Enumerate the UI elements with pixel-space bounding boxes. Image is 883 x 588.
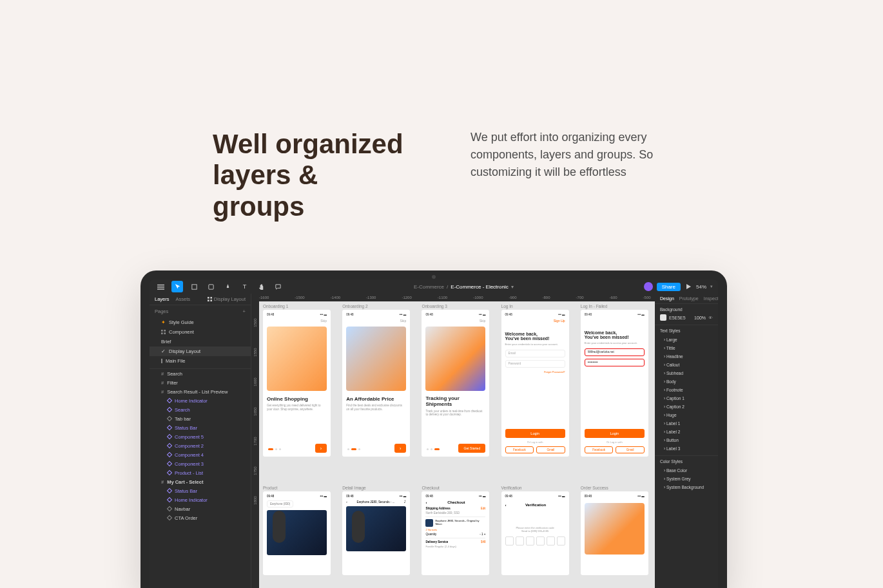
layer-comp2[interactable]: Component 2 [150,441,251,450]
layer-search-result[interactable]: #Search Result - List Preview [150,387,251,396]
svg-rect-10 [161,330,163,332]
svg-rect-7 [210,297,212,299]
layer-home-indicator[interactable]: Home Indicator [150,396,251,405]
text-style[interactable]: › Tittle [655,344,718,352]
user-avatar[interactable] [644,282,653,291]
assets-tab[interactable]: Assets [176,296,191,302]
layer-cart-cta[interactable]: CTA Order [150,513,251,522]
layer-comp4[interactable]: Component 4 [150,450,251,459]
laptop-frame: T E-Commerce / E-Commerce - Electronic ▾… [141,270,727,588]
svg-rect-2 [157,289,164,289]
layer-search[interactable]: #Search [150,369,251,378]
text-style[interactable]: › Callout [655,361,718,369]
frame-checkout[interactable]: Checkout 09:48••• ▬ ‹Checkout Shipping A… [422,486,496,575]
color-style[interactable]: › Base Color [655,466,718,475]
display-layout-toggle[interactable]: Display Layout [208,296,246,302]
present-icon[interactable] [684,283,692,290]
svg-rect-6 [208,297,209,299]
layer-product-list[interactable]: Product - List [150,468,251,477]
frame-detail-image[interactable]: Detail Image 09:48••• ▬ ‹Earphone JE80, … [342,486,416,575]
inspect-tab[interactable]: Inspect [704,296,718,301]
layer-cart-status[interactable]: Status Bar [150,486,251,495]
svg-rect-4 [208,284,213,289]
prototype-tab[interactable]: Prototype [679,296,699,301]
frames-row-2: Product 09:48••• ▬ Earphone (830) Detail… [263,486,655,575]
layer-comp5[interactable]: Component 5 [150,432,251,441]
shape-tool-icon[interactable] [205,281,217,292]
color-style[interactable]: › System Grey [655,475,718,483]
check-icon: ✓ [161,348,166,354]
text-style[interactable]: › Caption 1 [655,394,718,403]
app-screen: T E-Commerce / E-Commerce - Electronic ▾… [150,280,718,588]
text-style[interactable]: › Caption 2 [655,403,718,411]
file-name: E-Commerce - Electronic [451,284,508,290]
frame-login[interactable]: Log In 09:48••• ▬ Sign Up Welcome back,Y… [501,304,576,457]
text-style[interactable]: › Headline [655,352,718,361]
pen-tool-icon[interactable] [222,281,233,292]
chevron-down-icon: ▾ [511,284,514,290]
svg-rect-11 [164,330,166,332]
page-component[interactable]: Component [150,327,251,337]
left-panel: Layers Assets Display Layout Pages + ✦St… [150,294,251,588]
text-style[interactable]: › Footnote [655,386,718,394]
frame-onboarding-2[interactable]: Onboarding 2 09:48••• ▬ Skip An Affordab… [342,304,416,457]
text-style[interactable]: › Body [655,377,718,386]
page-style-guide[interactable]: ✦Style Guide [150,318,251,327]
layer-search-inner[interactable]: Search [150,405,251,414]
layers-tab[interactable]: Layers [155,296,170,302]
right-panel-tabs: Design Prototype Inspect [655,294,718,304]
frame-order-success[interactable]: Order Success 09:48••• ▬ [581,486,655,575]
frame-onboarding-1[interactable]: Onboarding 1 09:48••• ▬ Skip Online Shop… [263,304,337,457]
add-page-icon[interactable]: + [243,308,246,314]
text-style[interactable]: › Subhead [655,369,718,377]
background-color[interactable]: E5E5E5 100% 👁 [660,314,713,321]
toolbar: T E-Commerce / E-Commerce - Electronic ▾… [150,280,718,294]
layer-comp3[interactable]: Component 3 [150,459,251,468]
text-style[interactable]: › Huge [655,411,718,419]
comment-tool-icon[interactable] [272,281,284,292]
layer-status-bar[interactable]: Status Bar [150,423,251,432]
design-tab[interactable]: Design [660,296,674,301]
frame-verification[interactable]: Verification 09:48••• ▬ ‹Verification Pl… [501,486,576,575]
next-icon: › [394,444,406,453]
page-display-layout[interactable]: ✓Display Layout [150,346,251,356]
layer-my-cart[interactable]: #My Cart - Select [150,477,251,486]
hand-tool-icon[interactable] [255,281,267,292]
eye-icon[interactable]: 👁 [708,316,713,320]
text-style[interactable]: › Large [655,336,718,344]
page-brief[interactable]: Brief [150,337,251,346]
ruler-vertical: 1500155016001650170017501800 [251,301,259,588]
canvas[interactable]: -1600-1500-1400-1300-1200-1100-1000-900-… [251,294,655,588]
move-tool-icon[interactable] [171,281,183,292]
svg-rect-3 [191,284,196,289]
text-style[interactable]: › Label 1 [655,419,718,428]
layer-filter[interactable]: #Filter [150,378,251,387]
text-style[interactable]: › Label 2 [655,428,718,436]
svg-rect-12 [161,332,163,334]
text-tool-icon[interactable]: T [238,281,250,292]
page-main-file[interactable]: Main File [150,356,251,366]
layer-tab-bar[interactable]: Tab bar [150,414,251,423]
layer-cart-navbar[interactable]: Navbar [150,504,251,513]
svg-rect-1 [157,287,164,287]
ruler-horizontal: -1600-1500-1400-1300-1200-1100-1000-900-… [251,294,655,301]
frame-onboarding-3[interactable]: Onboarding 3 09:48••• ▬ Skip Tracking yo… [422,304,496,457]
frame-login-failed[interactable]: Log In - Failed 09:48••• ▬ Welcome back,… [581,304,655,457]
svg-rect-8 [208,299,209,301]
pages-header: Pages + [150,305,251,318]
svg-text:T: T [242,283,246,290]
camera-dot [432,275,436,279]
svg-rect-0 [157,284,164,285]
file-breadcrumb[interactable]: E-Commerce / E-Commerce - Electronic ▾ [289,284,639,290]
share-button[interactable]: Share [657,283,681,291]
color-style[interactable]: › System Background [655,483,718,491]
app-body: Layers Assets Display Layout Pages + ✦St… [150,294,718,588]
text-style[interactable]: › Button [655,436,718,444]
frame-product[interactable]: Product 09:48••• ▬ Earphone (830) [263,486,337,575]
zoom-level[interactable]: 54% [696,284,706,290]
menu-icon[interactable] [155,281,166,292]
text-style[interactable]: › Label 3 [655,444,718,453]
frame-tool-icon[interactable] [188,281,200,292]
layer-cart-home[interactable]: Home Indicator [150,495,251,504]
color-swatch [660,314,666,321]
